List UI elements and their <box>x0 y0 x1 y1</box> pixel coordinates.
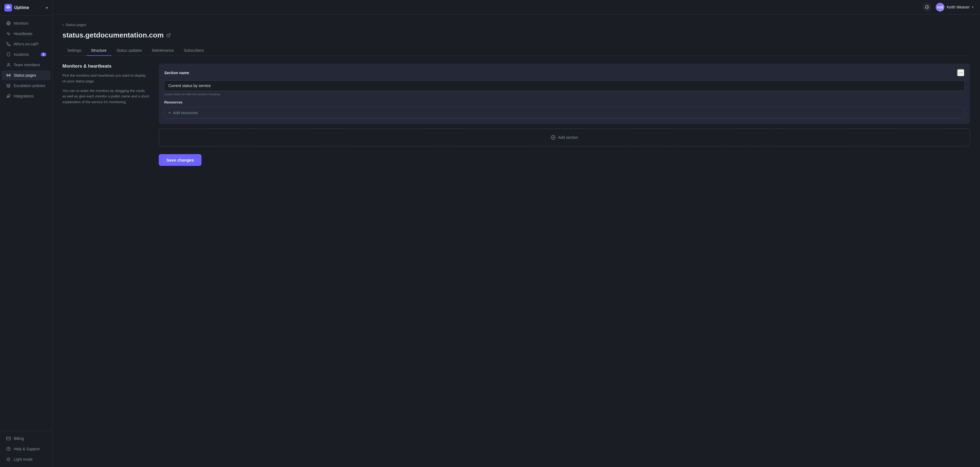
sidebar-item-light-mode[interactable]: Light mode <box>2 454 51 464</box>
sidebar-logo[interactable]: Uptime ▾ <box>0 0 52 16</box>
sidebar: Uptime ▾ Monitors Heartbeats <box>0 0 52 467</box>
page-title-row: status.getdocumentation.com <box>62 31 970 40</box>
monitors-heartbeats-title: Monitors & heartbeats <box>62 64 150 69</box>
sidebar-item-team-members[interactable]: Team members <box>2 60 51 70</box>
ellipsis-icon <box>958 70 963 75</box>
tab-structure[interactable]: Structure <box>86 45 112 56</box>
sidebar-bottom: Billing Help & Support <box>0 430 52 467</box>
sidebar-item-status-pages[interactable]: Status pages <box>2 70 51 80</box>
sidebar-nav: Monitors Heartbeats Who's on-call? <box>0 16 52 430</box>
incidents-badge: 1 <box>41 52 46 56</box>
resources-label: Resources <box>164 100 965 104</box>
sidebar-label-status-pages: Status pages <box>14 73 36 78</box>
right-panel: Section name Leave blank to hide the sec… <box>159 64 970 166</box>
sidebar-label-heartbeats: Heartbeats <box>14 32 32 36</box>
sidebar-item-heartbeats[interactable]: Heartbeats <box>2 29 51 38</box>
sun-icon <box>6 457 11 462</box>
add-section-plus-icon <box>551 135 556 140</box>
sidebar-label-integrations: Integrations <box>14 94 34 98</box>
add-resources-plus-icon: + <box>169 110 171 115</box>
globe-icon <box>6 21 11 26</box>
left-panel: Monitors & heartbeats Pick the monitors … <box>62 64 150 109</box>
page-content: ‹ Status pages status.getdocumentation.c… <box>52 14 980 467</box>
svg-point-24 <box>962 73 963 73</box>
user-menu-button[interactable]: KW Keith Weaver ▾ <box>935 3 974 11</box>
svg-line-20 <box>10 458 10 458</box>
svg-marker-5 <box>6 84 10 86</box>
section-card: Section name Leave blank to hide the sec… <box>159 64 970 124</box>
svg-rect-8 <box>6 437 11 440</box>
sidebar-label-incidents: Incidents <box>14 52 29 57</box>
monitors-heartbeats-desc2: You can re-order the monitors by draggin… <box>62 88 150 105</box>
signal-icon <box>6 73 11 78</box>
external-link-icon[interactable] <box>166 33 171 38</box>
logo-chevron-icon[interactable]: ▾ <box>46 5 48 10</box>
phone-icon <box>6 41 11 46</box>
tab-subscribers[interactable]: Subscribers <box>179 45 209 56</box>
help-circle-icon <box>6 446 11 451</box>
username-label: Keith Weaver <box>947 5 970 9</box>
card-menu-button[interactable] <box>957 69 965 77</box>
tab-settings[interactable]: Settings <box>62 45 86 56</box>
breadcrumb-label: Status pages <box>65 23 86 27</box>
svg-point-4 <box>8 75 9 76</box>
user-icon <box>6 62 11 67</box>
breadcrumb-chevron-icon: ‹ <box>62 22 64 27</box>
puzzle-icon <box>6 94 11 98</box>
sidebar-item-escalation-policies[interactable]: Escalation policies <box>2 81 51 91</box>
breadcrumb[interactable]: ‹ Status pages <box>62 22 970 27</box>
svg-point-3 <box>8 63 9 65</box>
tabs-bar: Settings Structure Status updates Mainte… <box>62 45 970 56</box>
section-name-hint: Leave blank to hide the section heading. <box>164 92 965 96</box>
shield-icon <box>6 52 11 57</box>
add-resources-button[interactable]: + Add resources <box>164 107 965 119</box>
logo-text: Uptime <box>14 5 29 10</box>
bell-icon <box>925 5 929 9</box>
sidebar-item-incidents[interactable]: Incidents 1 <box>2 49 51 59</box>
tab-maintenance[interactable]: Maintenance <box>147 45 179 56</box>
add-section-button[interactable]: Add section <box>159 129 970 146</box>
sidebar-item-monitors[interactable]: Monitors <box>2 18 51 28</box>
sidebar-item-who-on-call[interactable]: Who's on-call? <box>2 39 51 49</box>
tab-status-updates[interactable]: Status updates <box>111 45 147 56</box>
sidebar-label-billing: Billing <box>14 436 24 441</box>
section-name-input[interactable] <box>164 81 965 91</box>
sidebar-label-team-members: Team members <box>14 63 40 67</box>
sidebar-item-help-support[interactable]: Help & Support <box>2 444 51 454</box>
card-header: Section name <box>164 69 965 77</box>
topbar: KW Keith Weaver ▾ <box>52 0 980 14</box>
credit-card-icon <box>6 436 11 441</box>
user-chevron-icon: ▾ <box>972 5 974 9</box>
save-changes-button[interactable]: Save changes <box>159 154 202 166</box>
avatar: KW <box>935 3 944 11</box>
add-section-label: Add section <box>558 135 578 140</box>
heartbeat-icon <box>6 31 11 36</box>
sidebar-label-light-mode: Light mode <box>14 457 33 462</box>
sidebar-label-escalation-policies: Escalation policies <box>14 84 45 88</box>
sidebar-label-monitors: Monitors <box>14 21 29 25</box>
svg-line-22 <box>168 34 170 36</box>
main-area: KW Keith Weaver ▾ ‹ Status pages status.… <box>52 0 980 467</box>
add-resources-label: Add resources <box>173 111 198 115</box>
monitors-heartbeats-desc1: Pick the monitors and heartbeats you wan… <box>62 73 150 84</box>
sidebar-label-who-on-call: Who's on-call? <box>14 42 38 46</box>
layers-icon <box>6 83 11 88</box>
svg-point-23 <box>961 73 961 73</box>
page-title: status.getdocumentation.com <box>62 31 164 40</box>
sidebar-label-help-support: Help & Support <box>14 447 40 451</box>
notification-bell-button[interactable] <box>923 3 931 11</box>
svg-point-12 <box>8 459 10 461</box>
sidebar-item-billing[interactable]: Billing <box>2 434 51 443</box>
svg-point-25 <box>959 73 960 73</box>
svg-point-21 <box>928 5 929 6</box>
uptime-logo-icon <box>5 4 12 11</box>
two-col-layout: Monitors & heartbeats Pick the monitors … <box>62 64 970 166</box>
save-button-container: Save changes <box>159 146 970 166</box>
card-header-title: Section name <box>164 71 189 75</box>
sidebar-item-integrations[interactable]: Integrations <box>2 91 51 101</box>
